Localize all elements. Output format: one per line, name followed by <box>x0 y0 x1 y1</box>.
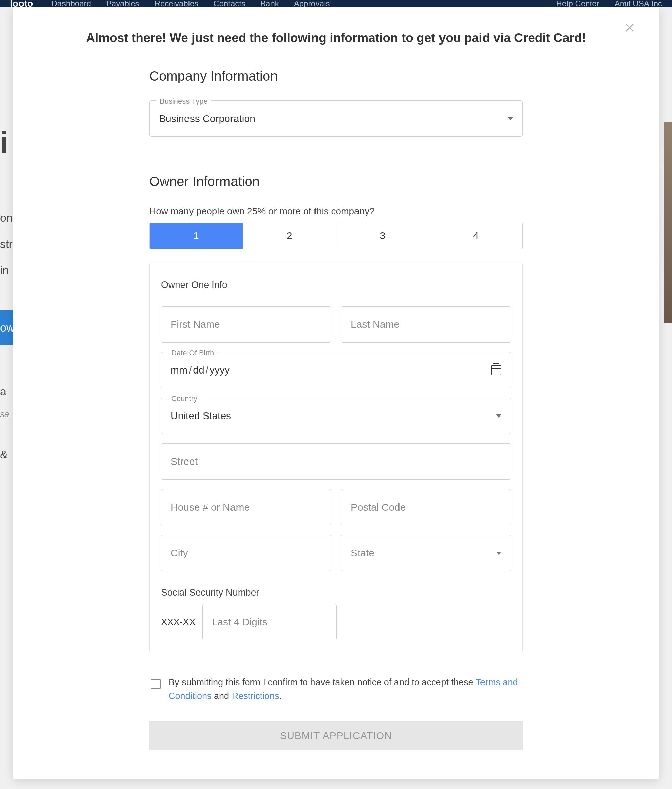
bg-hero-image <box>664 121 672 323</box>
agreement-row: By submitting this form I confirm to hav… <box>149 676 523 703</box>
nav-payables[interactable]: Payables <box>106 0 139 7</box>
chevron-down-icon <box>496 414 501 417</box>
business-type-select[interactable]: Business Type Business Corporation <box>149 101 523 137</box>
postal-code-field[interactable] <box>341 489 511 525</box>
ssn-last4-input[interactable] <box>212 617 327 628</box>
street-field[interactable] <box>161 443 511 480</box>
state-select[interactable]: State <box>341 535 511 571</box>
house-number-field[interactable] <box>161 489 331 525</box>
owners-count-option-1[interactable]: 1 <box>149 223 243 249</box>
modal-title: Almost there! We just need the following… <box>13 31 659 45</box>
restrictions-link[interactable]: Restrictions <box>232 691 279 701</box>
chevron-down-icon <box>508 117 513 120</box>
nav-receivables[interactable]: Receivables <box>155 0 198 7</box>
nav-approvals[interactable]: Approvals <box>294 0 330 7</box>
nav-help-center[interactable]: Help Center <box>557 0 599 7</box>
last-name-field[interactable] <box>341 306 511 343</box>
company-info-heading: Company Information <box>149 69 523 84</box>
first-name-input[interactable] <box>171 319 321 330</box>
house-number-input[interactable] <box>171 502 321 513</box>
first-name-field[interactable] <box>161 306 331 343</box>
date-of-birth-field[interactable]: Date Of Birth mm/dd/yyyy <box>161 352 511 388</box>
country-label: Country <box>168 394 201 403</box>
nav-dashboard[interactable]: Dashboard <box>51 0 91 7</box>
modal-dialog: Almost there! We just need the following… <box>13 7 659 779</box>
ssn-last4-field[interactable] <box>202 604 337 640</box>
ssn-prefix: XXX-XX <box>161 617 195 628</box>
ssn-label: Social Security Number <box>161 587 511 598</box>
street-input[interactable] <box>171 456 501 467</box>
submit-application-button[interactable]: SUBMIT APPLICATION <box>149 721 523 750</box>
owners-count-option-3[interactable]: 3 <box>336 223 430 249</box>
chevron-down-icon <box>496 551 501 554</box>
last-name-input[interactable] <box>351 319 501 330</box>
agreement-text: By submitting this form I confirm to hav… <box>169 676 522 703</box>
nav-contacts[interactable]: Contacts <box>213 0 245 7</box>
city-input[interactable] <box>171 547 321 559</box>
business-type-label: Business Type <box>156 97 211 106</box>
country-value: United States <box>171 410 496 422</box>
state-placeholder: State <box>351 547 496 559</box>
owner-info-heading: Owner Information <box>149 174 523 189</box>
calendar-icon[interactable] <box>491 365 501 375</box>
postal-code-input[interactable] <box>351 502 501 513</box>
close-icon[interactable] <box>624 21 636 34</box>
owner-one-title: Owner One Info <box>161 280 511 290</box>
dob-placeholder-text: mm/dd/yyyy <box>171 364 491 376</box>
owners-count-question: How many people own 25% or more of this … <box>149 206 523 217</box>
nav-bank[interactable]: Bank <box>261 0 279 7</box>
brand-logo: looto <box>10 0 33 7</box>
country-select[interactable]: Country United States <box>161 398 511 434</box>
nav-account[interactable]: Amit USA Inc <box>614 0 662 7</box>
city-field[interactable] <box>161 535 331 571</box>
owners-count-option-2[interactable]: 2 <box>243 223 336 249</box>
top-navigation: looto Dashboard Payables Receivables Con… <box>0 0 672 7</box>
dob-label: Date Of Birth <box>168 349 218 358</box>
owner-one-card: Owner One Info Date Of Birth mm/dd/yyyy <box>149 263 523 652</box>
agreement-checkbox[interactable] <box>150 679 161 689</box>
owners-count-option-4[interactable]: 4 <box>429 223 523 249</box>
section-divider <box>149 153 523 154</box>
business-type-value: Business Corporation <box>159 113 508 124</box>
owners-count-segmented: 1 2 3 4 <box>149 223 523 249</box>
